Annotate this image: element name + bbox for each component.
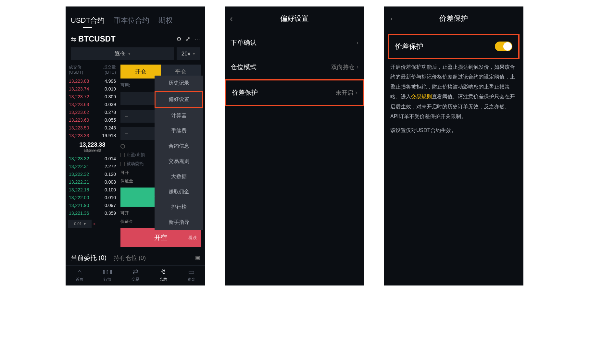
leverage-select[interactable]: 20x▾	[177, 47, 200, 60]
chart-icon[interactable]: ⤢	[185, 35, 190, 42]
ob-bid-row[interactable]: 13,222.180.100	[68, 186, 117, 194]
menu-item[interactable]: 赚取佣金	[155, 184, 203, 200]
ob-ask-row[interactable]: 13,223.740.019	[68, 85, 117, 93]
ob-vol-unit: (BTC)	[103, 70, 116, 75]
chevron-right-icon: ›	[357, 64, 358, 70]
ob-bid-row[interactable]: 13,223.320.014	[68, 155, 117, 163]
row-price-protection[interactable]: 价差保护 未开启›	[225, 79, 364, 106]
futures-icon: ↯	[149, 268, 177, 276]
chevron-down-icon: ▾	[128, 51, 131, 56]
nav-futures[interactable]: ↯合约	[149, 268, 177, 282]
wallet-icon: ▭	[177, 268, 205, 276]
ob-bid-row[interactable]: 13,222.000.010	[68, 194, 117, 201]
back-icon[interactable]: ←	[389, 14, 397, 24]
ob-bid-row[interactable]: 13,222.320.120	[68, 170, 117, 178]
swap-icon: ⇆	[71, 35, 76, 43]
menu-item[interactable]: 偏好设置	[155, 91, 203, 108]
description-text: 开启价差保护功能后，止盈止损达到触发价，如果该合约的最新价与标记价格价差超过该合…	[384, 62, 523, 121]
nav-assets[interactable]: ▭资金	[177, 268, 205, 282]
screen-trading: USDT合约 币本位合约 期权 ⇆ BTCUSDT ⚙ ⤢ ⋯ 逐仓▾ 20x▾…	[66, 6, 205, 285]
toggle-label: 价差保护	[395, 42, 423, 51]
trading-rules-link[interactable]: 交易规则	[411, 94, 432, 99]
max-open-label: 可开	[120, 170, 129, 176]
tab-positions[interactable]: 持有仓位 (0)	[114, 254, 146, 262]
home-icon: ⌂	[66, 268, 94, 276]
ob-bid-row[interactable]: 13,221.360.359	[68, 209, 117, 217]
tab-coin-futures[interactable]: 币本位合约	[114, 16, 149, 25]
depth-icon[interactable]: ≡	[94, 222, 100, 226]
menu-item[interactable]: 手续费	[155, 123, 203, 139]
chart-icon: ⫾⫾⫾	[94, 268, 121, 276]
ob-ask-row[interactable]: 13,223.720.309	[68, 93, 117, 101]
ob-ask-row[interactable]: 13,223.600.055	[68, 116, 117, 124]
menu-item[interactable]: 合约信息	[155, 139, 203, 154]
page-title: 价差保护	[389, 14, 518, 23]
tpsl-label: 止盈/止损	[127, 152, 145, 158]
note-text: 该设置仅对USDT合约生效。	[384, 121, 523, 134]
margin-mode-select[interactable]: 逐仓▾	[71, 47, 174, 60]
ob-price-label: 成交价	[69, 65, 83, 70]
tab-usdt-futures[interactable]: USDT合约	[71, 16, 105, 25]
chevron-right-icon: ›	[357, 39, 358, 46]
chevron-right-icon: ›	[355, 89, 357, 96]
checkbox[interactable]	[120, 162, 125, 166]
orderbook: 成交价(USDT) 成交量(BTC) 13,223.884.99613,223.…	[66, 63, 119, 250]
ob-price-unit: (USDT)	[69, 70, 83, 75]
trade-icon: ⇄	[121, 268, 149, 276]
more-dropdown: 历史记录偏好设置计算器手续费合约信息交易规则大数据赚取佣金排行榜新手指导	[155, 76, 203, 230]
ob-ask-row[interactable]: 13,223.500.243	[68, 124, 117, 132]
ob-bid-row[interactable]: 13,221.900.097	[68, 201, 117, 209]
margin-label: 保证金	[120, 178, 133, 184]
ob-ask-row[interactable]: 13,223.630.039	[68, 101, 117, 108]
ob-vol-label: 成交量	[103, 65, 116, 70]
price-grouping-select[interactable]: 0.01▾	[68, 220, 92, 228]
chart-settings-icon[interactable]: ⚙	[176, 35, 182, 42]
toggle-switch[interactable]	[495, 42, 512, 51]
row-position-mode[interactable]: 仓位模式 双向持仓›	[225, 55, 364, 79]
passive-label: 被动委托	[127, 161, 144, 167]
nav-markets[interactable]: ⫾⫾⫾行情	[94, 268, 121, 282]
price-protection-toggle-row: 价差保护	[388, 34, 520, 59]
back-icon[interactable]: ‹	[230, 14, 233, 24]
screen-price-protection: ← 价差保护 价差保护 开启价差保护功能后，止盈止损达到触发价，如果该合约的最新…	[384, 6, 523, 285]
nav-trade[interactable]: ⇄交易	[121, 268, 149, 282]
menu-item[interactable]: 计算器	[155, 108, 203, 123]
menu-item[interactable]: 新手指导	[155, 215, 203, 230]
more-icon[interactable]: ⋯	[194, 35, 200, 42]
ob-bid-row[interactable]: 13,222.210.008	[68, 178, 117, 186]
chevron-down-icon: ▾	[193, 51, 195, 56]
max-open-label: 可开	[120, 210, 129, 216]
radio-icon[interactable]	[120, 144, 125, 149]
sell-short-button[interactable]: 开空看跌	[120, 228, 201, 247]
symbol[interactable]: BTCUSDT	[78, 34, 172, 43]
tab-open-orders[interactable]: 当前委托 (0)	[71, 253, 107, 262]
nav-home[interactable]: ⌂首页	[66, 268, 94, 282]
page-title: 偏好设置	[230, 14, 359, 23]
checkbox[interactable]	[120, 153, 125, 157]
margin-label: 保证金	[120, 219, 133, 224]
ob-ask-row[interactable]: 13,223.3319.918	[68, 132, 117, 140]
ob-ask-row[interactable]: 13,223.884.996	[68, 77, 117, 85]
menu-item[interactable]: 大数据	[155, 169, 203, 184]
ob-bid-row[interactable]: 13,222.312.272	[68, 163, 117, 170]
menu-item[interactable]: 交易规则	[155, 154, 203, 169]
mark-price: 13,223.32	[68, 148, 117, 153]
ob-ask-row[interactable]: 13,223.620.278	[68, 108, 117, 116]
tab-options[interactable]: 期权	[158, 16, 173, 25]
row-order-confirm[interactable]: 下单确认 ›	[225, 30, 364, 55]
menu-item[interactable]: 排行榜	[155, 200, 203, 215]
panel-icon[interactable]: ▣	[195, 255, 200, 261]
last-price: 13,223.33	[68, 141, 117, 148]
screen-preferences: ‹ 偏好设置 下单确认 › 仓位模式 双向持仓› 价差保护 未开启›	[225, 6, 364, 285]
menu-item[interactable]: 历史记录	[155, 76, 203, 91]
